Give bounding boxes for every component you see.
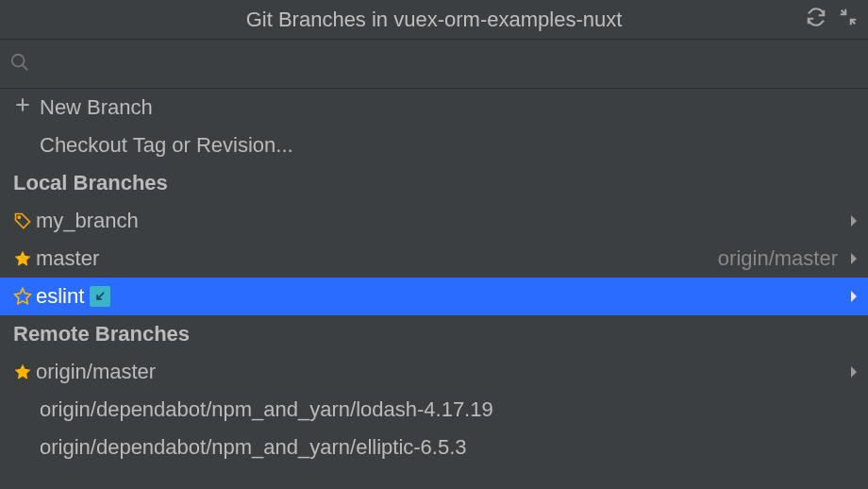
local-branch-master[interactable]: master origin/master [0,240,868,278]
star-outline-icon [13,287,36,306]
branch-label: my_branch [36,209,139,233]
chevron-right-icon [849,360,859,384]
local-branches-header: Local Branches [0,164,868,202]
search-input[interactable] [38,53,859,75]
remote-branches-header: Remote Branches [0,315,868,353]
remote-branch-dependabot-elliptic[interactable]: origin/dependabot/npm_and_yarn/elliptic-… [0,429,868,466]
remote-branch-origin-master[interactable]: origin/master [0,353,868,391]
tag-icon [13,211,36,230]
tracking-label: origin/master [718,246,843,271]
branch-label: origin/master [36,360,156,384]
svg-point-4 [18,216,20,218]
svg-point-0 [12,54,25,66]
search-bar[interactable] [0,40,868,89]
collapse-icon[interactable] [838,7,859,33]
new-branch-label: New Branch [40,95,153,120]
svg-line-1 [23,64,28,70]
local-branch-my_branch[interactable]: my_branch [0,202,868,240]
checkout-tag-label: Checkout Tag or Revision... [40,133,293,158]
branch-label: master [36,246,99,271]
branch-label: eslint [36,284,84,309]
remote-branch-dependabot-lodash[interactable]: origin/dependabot/npm_and_yarn/lodash-4.… [0,391,868,429]
remote-branches-title: Remote Branches [13,322,190,346]
local-branch-eslint[interactable]: eslint [0,278,868,315]
local-branches-title: Local Branches [13,171,168,195]
chevron-right-icon [849,246,859,271]
refresh-icon[interactable] [806,7,826,33]
star-filled-icon [13,363,36,381]
chevron-right-icon [849,209,859,233]
star-filled-icon [13,249,36,268]
checkout-tag-action[interactable]: Checkout Tag or Revision... [0,126,868,164]
incoming-icon [90,286,110,307]
branch-label: origin/dependabot/npm_and_yarn/elliptic-… [40,435,467,460]
plus-icon [13,95,32,120]
titlebar: Git Branches in vuex-orm-examples-nuxt [0,0,868,40]
new-branch-action[interactable]: New Branch [0,89,868,126]
chevron-right-icon [849,284,859,309]
titlebar-actions [806,7,859,33]
window-title: Git Branches in vuex-orm-examples-nuxt [246,8,623,32]
search-icon [9,52,30,76]
branch-label: origin/dependabot/npm_and_yarn/lodash-4.… [40,397,493,422]
